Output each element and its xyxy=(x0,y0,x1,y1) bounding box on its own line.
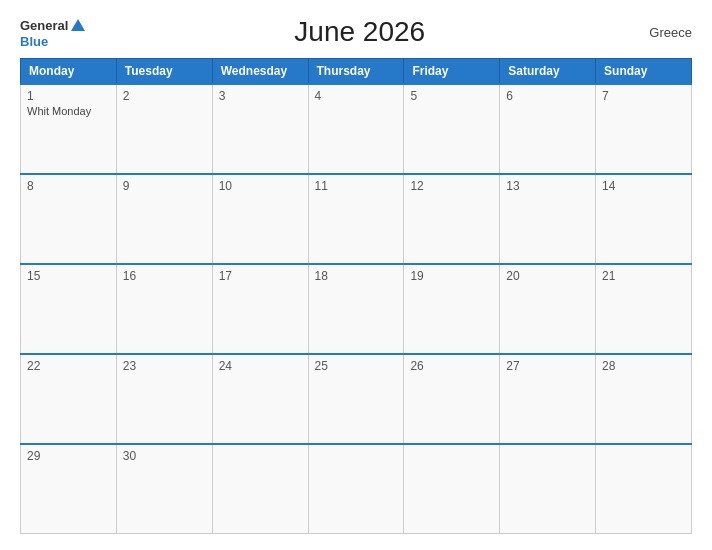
weekday-header-sunday: Sunday xyxy=(596,59,692,85)
logo-blue-text: Blue xyxy=(20,35,48,48)
calendar-day-cell: 15 xyxy=(21,264,117,354)
day-number: 14 xyxy=(602,179,685,193)
day-number: 29 xyxy=(27,449,110,463)
calendar-day-cell: 14 xyxy=(596,174,692,264)
calendar-day-cell: 20 xyxy=(500,264,596,354)
calendar-day-cell: 24 xyxy=(212,354,308,444)
calendar-table: MondayTuesdayWednesdayThursdayFridaySatu… xyxy=(20,58,692,534)
day-number: 8 xyxy=(27,179,110,193)
day-number: 2 xyxy=(123,89,206,103)
day-number: 16 xyxy=(123,269,206,283)
weekday-header-saturday: Saturday xyxy=(500,59,596,85)
logo-general-text: General xyxy=(20,19,68,32)
day-number: 5 xyxy=(410,89,493,103)
day-number: 28 xyxy=(602,359,685,373)
calendar-week-row: 15161718192021 xyxy=(21,264,692,354)
calendar-week-row: 1Whit Monday234567 xyxy=(21,84,692,174)
day-number: 4 xyxy=(315,89,398,103)
holiday-label: Whit Monday xyxy=(27,105,110,117)
calendar-day-cell: 26 xyxy=(404,354,500,444)
calendar-day-cell: 13 xyxy=(500,174,596,264)
day-number: 15 xyxy=(27,269,110,283)
calendar-day-cell: 16 xyxy=(116,264,212,354)
calendar-day-cell: 3 xyxy=(212,84,308,174)
weekday-header-monday: Monday xyxy=(21,59,117,85)
calendar-day-cell: 17 xyxy=(212,264,308,354)
day-number: 9 xyxy=(123,179,206,193)
calendar-day-cell: 7 xyxy=(596,84,692,174)
calendar-title: June 2026 xyxy=(87,16,632,48)
day-number: 27 xyxy=(506,359,589,373)
calendar-day-cell: 25 xyxy=(308,354,404,444)
calendar-day-cell: 28 xyxy=(596,354,692,444)
calendar-day-cell xyxy=(500,444,596,534)
day-number: 26 xyxy=(410,359,493,373)
weekday-header-tuesday: Tuesday xyxy=(116,59,212,85)
day-number: 21 xyxy=(602,269,685,283)
calendar-day-cell: 5 xyxy=(404,84,500,174)
logo-icon xyxy=(69,17,87,35)
calendar-day-cell: 30 xyxy=(116,444,212,534)
calendar-day-cell: 10 xyxy=(212,174,308,264)
day-number: 13 xyxy=(506,179,589,193)
calendar-day-cell: 19 xyxy=(404,264,500,354)
calendar-day-cell: 8 xyxy=(21,174,117,264)
day-number: 17 xyxy=(219,269,302,283)
day-number: 30 xyxy=(123,449,206,463)
calendar-week-row: 891011121314 xyxy=(21,174,692,264)
day-number: 22 xyxy=(27,359,110,373)
day-number: 25 xyxy=(315,359,398,373)
day-number: 20 xyxy=(506,269,589,283)
day-number: 12 xyxy=(410,179,493,193)
calendar-header-row: MondayTuesdayWednesdayThursdayFridaySatu… xyxy=(21,59,692,85)
calendar-day-cell xyxy=(596,444,692,534)
day-number: 19 xyxy=(410,269,493,283)
calendar-day-cell xyxy=(308,444,404,534)
day-number: 3 xyxy=(219,89,302,103)
calendar-day-cell: 23 xyxy=(116,354,212,444)
calendar-day-cell: 9 xyxy=(116,174,212,264)
calendar-day-cell: 18 xyxy=(308,264,404,354)
calendar-week-row: 2930 xyxy=(21,444,692,534)
weekday-header-friday: Friday xyxy=(404,59,500,85)
weekday-header-thursday: Thursday xyxy=(308,59,404,85)
calendar-day-cell: 6 xyxy=(500,84,596,174)
calendar-day-cell: 29 xyxy=(21,444,117,534)
calendar-day-cell xyxy=(404,444,500,534)
calendar-header: General Blue June 2026 Greece xyxy=(20,16,692,48)
day-number: 10 xyxy=(219,179,302,193)
calendar-day-cell: 4 xyxy=(308,84,404,174)
day-number: 6 xyxy=(506,89,589,103)
calendar-day-cell: 22 xyxy=(21,354,117,444)
calendar-day-cell: 2 xyxy=(116,84,212,174)
country-label: Greece xyxy=(632,25,692,40)
calendar-day-cell: 12 xyxy=(404,174,500,264)
calendar-week-row: 22232425262728 xyxy=(21,354,692,444)
calendar-day-cell: 11 xyxy=(308,174,404,264)
day-number: 18 xyxy=(315,269,398,283)
day-number: 11 xyxy=(315,179,398,193)
calendar-day-cell: 21 xyxy=(596,264,692,354)
calendar-day-cell: 27 xyxy=(500,354,596,444)
svg-marker-0 xyxy=(71,19,85,31)
calendar-day-cell xyxy=(212,444,308,534)
calendar-day-cell: 1Whit Monday xyxy=(21,84,117,174)
day-number: 23 xyxy=(123,359,206,373)
logo: General Blue xyxy=(20,17,87,48)
day-number: 1 xyxy=(27,89,110,103)
day-number: 24 xyxy=(219,359,302,373)
day-number: 7 xyxy=(602,89,685,103)
weekday-header-wednesday: Wednesday xyxy=(212,59,308,85)
